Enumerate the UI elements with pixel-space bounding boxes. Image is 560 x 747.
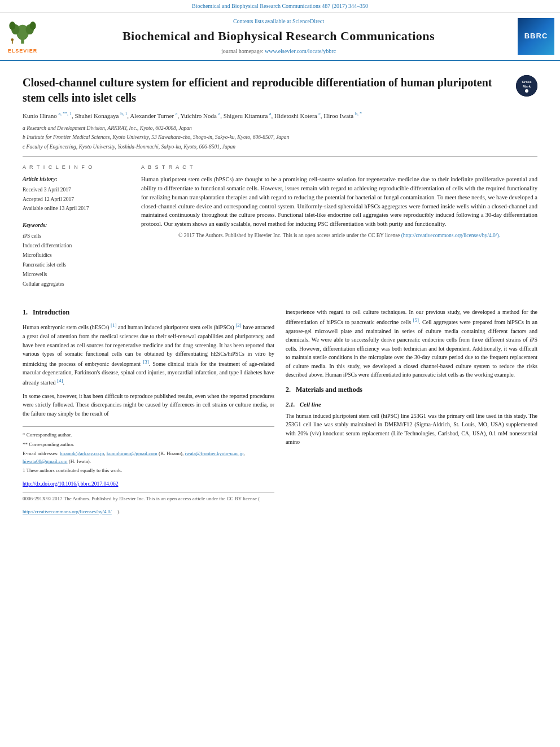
abstract-text: Human pluripotent stem cells (hPSCs) are…	[141, 175, 537, 229]
article-title: Closed-channel culture system for effici…	[23, 75, 508, 106]
svg-point-6	[11, 38, 14, 41]
keyword-1: iPS cells	[23, 231, 130, 241]
email-link-3[interactable]: iwata@frontier.kyoto-u.ac.jp	[185, 451, 243, 456]
introduction-column: 1. Introduction Human embryonic stem cel…	[23, 308, 274, 515]
email-link-4[interactable]: hiwata00@gmail.com	[23, 458, 68, 464]
banner-center: Contents lists available at ScienceDirec…	[45, 18, 512, 55]
crossmark-icon: Cross Mark	[516, 75, 537, 97]
doi-link[interactable]: http://dx.doi.org/10.1016/j.bbrc.2017.04…	[23, 481, 119, 487]
introduction-heading: 1. Introduction	[23, 308, 274, 317]
article-history-block: Article history: Received 3 April 2017 A…	[23, 175, 130, 212]
keyword-5: Microwells	[23, 270, 130, 279]
svg-point-4	[9, 21, 15, 30]
cell-line-heading: 2.1. Cell line	[286, 400, 537, 409]
affiliation-a: a Research and Development Division, ARK…	[23, 124, 537, 132]
sciencedirect-anchor[interactable]: ScienceDirect	[292, 18, 324, 24]
footnote-corresponding-1: * Corresponding author.	[23, 431, 274, 439]
keywords-block: Keywords: iPS cells Induced differentiat…	[23, 221, 130, 290]
elsevier-tree-icon	[6, 18, 40, 46]
affiliation-c: c Faculty of Engineering, Kyoto Universi…	[23, 143, 537, 151]
page-content: Closed-channel culture system for effici…	[0, 61, 560, 523]
authors-text: Kunio Hirano a, **, 1, Shuhei Konagaya b…	[23, 112, 362, 119]
svg-point-5	[30, 21, 36, 30]
journal-citation-text: Biochemical and Biophysical Research Com…	[192, 3, 368, 9]
journal-banner: ELSEVIER Contents lists available at Sci…	[0, 13, 560, 61]
bottom-bar: 0006-291X/© 2017 The Authors. Published …	[23, 492, 274, 515]
intro-paragraph-1: Human embryonic stem cells (hESCs) [1] a…	[23, 322, 274, 387]
cc-license-link[interactable]: (http://creativecommons.org/licenses/by/…	[401, 233, 500, 238]
journal-homepage: journal homepage: www.elsevier.com/locat…	[45, 47, 512, 55]
history-dates: Received 3 April 2017 Accepted 12 April …	[23, 185, 130, 212]
article-title-section: Closed-channel culture system for effici…	[23, 75, 537, 106]
doi-line: http://dx.doi.org/10.1016/j.bbrc.2017.04…	[23, 480, 274, 488]
intro-paragraph-2: In some cases, however, it has been diff…	[23, 392, 274, 418]
right-body-column: inexperience with regard to cell culture…	[286, 308, 537, 515]
email-link-1[interactable]: hiranok@arkray.co.jp	[60, 451, 104, 456]
footnotes-section: * Corresponding author. ** Corresponding…	[23, 426, 274, 475]
affiliation-b: b Institute for Frontier Medical Science…	[23, 133, 537, 141]
cell-line-paragraph: The human induced pluripotent stem cell …	[286, 412, 537, 447]
article-info-column: A R T I C L E I N F O Article history: R…	[23, 164, 130, 298]
available-date: Available online 13 April 2017	[23, 204, 130, 213]
keyword-4: Pancreatic islet cells	[23, 260, 130, 270]
keywords-list: iPS cells Induced differentiation Microf…	[23, 231, 130, 290]
homepage-link[interactable]: www.elsevier.com/locate/ybbrc	[265, 48, 336, 54]
footnote-equal: 1 These authors contributed equally to t…	[23, 467, 274, 475]
sciencedirect-link: Contents lists available at ScienceDirec…	[45, 18, 512, 25]
keywords-label: Keywords:	[23, 221, 130, 229]
svg-rect-7	[12, 41, 13, 43]
bbrc-logo: BBRC	[518, 18, 554, 55]
footnote-corresponding-2: ** Corresponding author.	[23, 441, 274, 449]
footnote-emails: E-mail addresses: hiranok@arkray.co.jp, …	[23, 450, 274, 465]
elsevier-logo: ELSEVIER	[6, 18, 40, 55]
svg-point-11	[525, 89, 528, 93]
main-columns: A R T I C L E I N F O Article history: R…	[23, 156, 537, 298]
accepted-date: Accepted 12 April 2017	[23, 195, 130, 204]
article-info-label: A R T I C L E I N F O	[23, 164, 130, 171]
affiliations: a Research and Development Division, ARK…	[23, 124, 537, 151]
svg-text:Cross: Cross	[522, 80, 532, 84]
abstract-label: A B S T R A C T	[141, 164, 537, 171]
svg-text:Mark: Mark	[523, 85, 531, 88]
keyword-2: Induced differentiation	[23, 241, 130, 251]
keyword-6: Cellular aggregates	[23, 279, 130, 289]
journal-citation-bar: Biochemical and Biophysical Research Com…	[0, 0, 560, 13]
elsevier-wordmark: ELSEVIER	[8, 47, 38, 55]
journal-title-banner: Biochemical and Biophysical Research Com…	[45, 28, 512, 45]
right-intro-para: inexperience with regard to cell culture…	[286, 308, 537, 379]
authors-line: Kunio Hirano a, **, 1, Shuhei Konagaya b…	[23, 111, 537, 121]
history-label: Article history:	[23, 175, 130, 183]
body-columns: 1. Introduction Human embryonic stem cel…	[23, 308, 537, 515]
abstract-column: A B S T R A C T Human pluripotent stem c…	[141, 164, 537, 298]
received-date: Received 3 April 2017	[23, 185, 130, 194]
email-link-2[interactable]: kuniohirano@gmail.com	[107, 451, 158, 456]
cc-license: © 2017 The Authors. Published by Elsevie…	[141, 232, 537, 239]
crossmark-badge: Cross Mark	[516, 75, 537, 97]
bottom-cc-link[interactable]: http://creativecommons.org/licenses/by/4…	[23, 508, 112, 516]
keyword-3: Microfluidics	[23, 251, 130, 260]
materials-methods-heading: 2. Materials and methods	[286, 385, 537, 395]
